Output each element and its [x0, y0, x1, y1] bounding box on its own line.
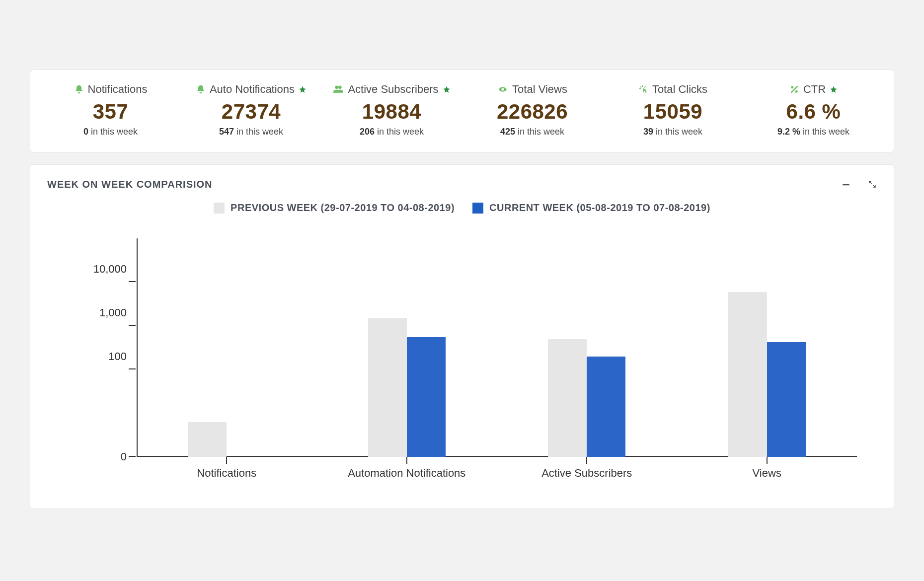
- bar-previous[interactable]: [548, 339, 587, 457]
- stat-value: 15059: [603, 100, 743, 124]
- stat-label: Notifications: [88, 83, 148, 96]
- stat-subtext: 425 in this week: [462, 127, 603, 137]
- stat-notifications: Notifications 357 0 in this week: [40, 83, 181, 137]
- stat-value: 19884: [321, 100, 462, 124]
- star-icon: [299, 85, 307, 93]
- chart-title: WEEK ON WEEK COMPARISION: [47, 179, 213, 190]
- legend-current[interactable]: CURRENT WEEK (05-08-2019 TO 07-08-2019): [472, 202, 710, 214]
- stat-label: Auto Notifications: [210, 83, 295, 96]
- bar-group: Views: [677, 253, 857, 457]
- x-axis-label: Automation Notifications: [317, 467, 497, 480]
- x-axis-label: Active Subscribers: [497, 467, 677, 480]
- legend-label: CURRENT WEEK (05-08-2019 TO 07-08-2019): [489, 202, 710, 214]
- bell-icon: [74, 84, 84, 94]
- users-icon: [333, 84, 344, 94]
- chart-plot: 0 100 1,000 10,000 NotificationsAutomati…: [137, 253, 857, 457]
- stat-ctr: CTR 6.6 % 9.2 % in this week: [743, 83, 884, 137]
- bar-current[interactable]: [407, 337, 446, 457]
- stat-subtext: 39 in this week: [603, 127, 743, 137]
- stat-total-views: Total Views 226826 425 in this week: [462, 83, 603, 137]
- legend-label: PREVIOUS WEEK (29-07-2019 TO 04-08-2019): [231, 202, 455, 214]
- stat-subtext: 206 in this week: [321, 127, 462, 137]
- stat-value: 6.6 %: [743, 100, 884, 124]
- percent-icon: [789, 84, 799, 94]
- stat-value: 226826: [462, 100, 603, 124]
- chart-legend: PREVIOUS WEEK (29-07-2019 TO 04-08-2019)…: [47, 202, 877, 214]
- stat-label: Active Subscribers: [348, 83, 438, 96]
- click-icon: [638, 84, 648, 94]
- bar-previous[interactable]: [368, 318, 407, 457]
- bell-icon: [196, 84, 206, 94]
- chart-card: WEEK ON WEEK COMPARISION PREVIOUS WEEK (…: [30, 164, 894, 509]
- stat-subtext: 9.2 % in this week: [743, 127, 884, 137]
- stat-label: CTR: [803, 83, 826, 96]
- bar-current[interactable]: [767, 342, 806, 457]
- stat-total-clicks: Total Clicks 15059 39 in this week: [603, 83, 743, 137]
- expand-button[interactable]: [868, 180, 877, 190]
- stat-value: 27374: [181, 100, 321, 124]
- stats-card: Notifications 357 0 in this week Auto No…: [30, 70, 894, 152]
- bar-group: Notifications: [137, 253, 317, 457]
- stat-active-subscribers: Active Subscribers 19884 206 in this wee…: [321, 83, 462, 137]
- legend-previous[interactable]: PREVIOUS WEEK (29-07-2019 TO 04-08-2019): [214, 202, 455, 214]
- stat-auto-notifications: Auto Notifications 27374 547 in this wee…: [181, 83, 321, 137]
- bar-previous[interactable]: [728, 292, 767, 457]
- y-axis-labels: 0 100 1,000 10,000: [72, 238, 127, 457]
- bar-group: Automation Notifications: [317, 253, 497, 457]
- x-axis-label: Notifications: [137, 467, 317, 480]
- star-icon: [830, 85, 838, 93]
- bar-group: Active Subscribers: [497, 253, 677, 457]
- swatch-icon: [472, 203, 483, 214]
- stat-label: Total Clicks: [652, 83, 707, 96]
- star-icon: [443, 85, 451, 93]
- stat-subtext: 0 in this week: [40, 127, 181, 137]
- stat-value: 357: [40, 100, 181, 124]
- collapse-button[interactable]: [841, 180, 851, 190]
- stat-label: Total Views: [512, 83, 567, 96]
- x-axis-label: Views: [677, 467, 857, 480]
- stat-subtext: 547 in this week: [181, 127, 321, 137]
- bar-previous[interactable]: [188, 422, 227, 457]
- eye-icon: [497, 85, 508, 93]
- bar-current[interactable]: [587, 357, 625, 457]
- swatch-icon: [214, 203, 225, 214]
